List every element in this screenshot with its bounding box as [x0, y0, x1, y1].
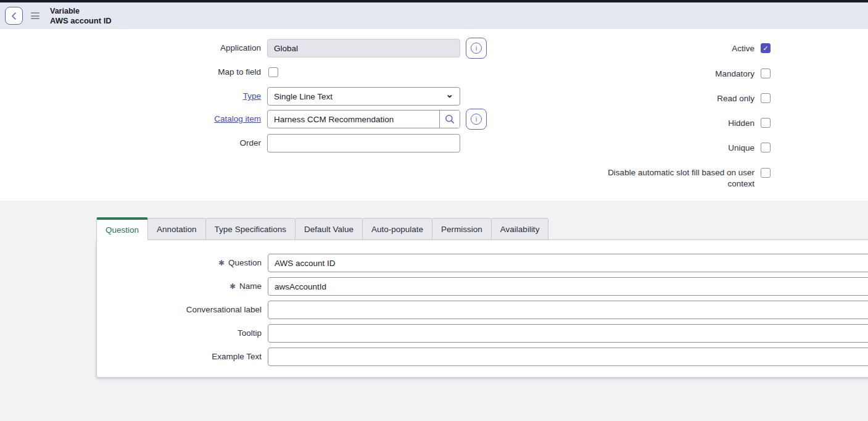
disable-slot-fill-label: Disable automatic slot fill based on use…	[605, 167, 754, 189]
record-type-title: Variable	[50, 7, 112, 16]
tab-availability[interactable]: Availability	[491, 218, 549, 240]
info-icon: i	[471, 114, 482, 125]
mandatory-label: Mandatory	[605, 69, 754, 79]
map-to-field-checkbox[interactable]: ✓	[268, 67, 278, 77]
back-chevron-icon	[10, 12, 18, 20]
tab-default-value[interactable]: Default Value	[295, 218, 363, 240]
record-name-title: AWS account ID	[50, 16, 112, 25]
hamburger-menu-icon[interactable]	[31, 10, 42, 22]
catalog-item-label-link[interactable]: Catalog item	[80, 110, 261, 128]
name-input[interactable]	[268, 277, 868, 296]
active-label: Active	[605, 44, 754, 54]
application-info-button[interactable]: i	[466, 38, 487, 59]
tab-question[interactable]: Question	[96, 217, 148, 240]
type-select[interactable]: Single Line Text ⌄	[267, 87, 460, 106]
application-label: Application	[80, 39, 261, 57]
mandatory-checkbox[interactable]: ✓	[761, 69, 771, 78]
unique-label: Unique	[605, 143, 754, 153]
back-button[interactable]	[5, 7, 23, 25]
info-icon: i	[471, 43, 482, 54]
tab-permission[interactable]: Permission	[432, 218, 492, 240]
hidden-checkbox[interactable]: ✓	[761, 118, 771, 128]
required-asterisk-icon: ✱	[229, 282, 236, 291]
tab-type-specifications[interactable]: Type Specifications	[205, 218, 296, 240]
question-tab-panel: ✱Question ✱Name Conversational label Too…	[96, 240, 868, 378]
chevron-down-icon: ⌄	[445, 91, 453, 98]
tooltip-input[interactable]	[268, 324, 868, 343]
check-icon: ✓	[763, 45, 768, 52]
order-label: Order	[80, 134, 261, 152]
form-header: Variable AWS account ID	[0, 2, 868, 29]
tooltip-field-label: Tooltip	[109, 324, 262, 343]
question-input[interactable]	[268, 254, 868, 272]
search-icon	[445, 114, 455, 124]
catalog-item-field	[267, 110, 460, 128]
conversational-label-input[interactable]	[268, 301, 868, 319]
example-text-input[interactable]	[268, 348, 868, 366]
tab-auto-populate[interactable]: Auto-populate	[362, 218, 432, 240]
required-asterisk-icon: ✱	[218, 259, 225, 267]
type-label-link[interactable]: Type	[80, 87, 261, 106]
catalog-item-info-button[interactable]: i	[466, 109, 487, 130]
example-text-field-label: Example Text	[109, 348, 262, 366]
tab-annotation[interactable]: Annotation	[147, 218, 206, 240]
order-input[interactable]	[267, 134, 460, 152]
tab-bar: Question Annotation Type Specifications …	[96, 217, 548, 240]
conversational-label-field-label: Conversational label	[109, 301, 262, 319]
question-field-label: ✱Question	[109, 254, 262, 272]
variable-form-page: Variable AWS account ID Application i Ma…	[0, 0, 868, 421]
read-only-label: Read only	[605, 94, 754, 104]
disable-slot-fill-checkbox[interactable]: ✓	[761, 168, 771, 178]
catalog-item-input[interactable]	[268, 110, 439, 128]
hidden-label: Hidden	[605, 119, 754, 128]
header-title-block: Variable AWS account ID	[50, 7, 112, 25]
map-to-field-label: Map to field	[80, 63, 261, 81]
name-field-label: ✱Name	[109, 277, 262, 296]
active-checkbox[interactable]: ✓	[761, 43, 771, 53]
application-input[interactable]	[267, 39, 460, 57]
catalog-item-search-button[interactable]	[439, 110, 460, 128]
type-select-value: Single Line Text	[274, 92, 333, 101]
unique-checkbox[interactable]: ✓	[761, 143, 771, 152]
read-only-checkbox[interactable]: ✓	[761, 93, 771, 103]
